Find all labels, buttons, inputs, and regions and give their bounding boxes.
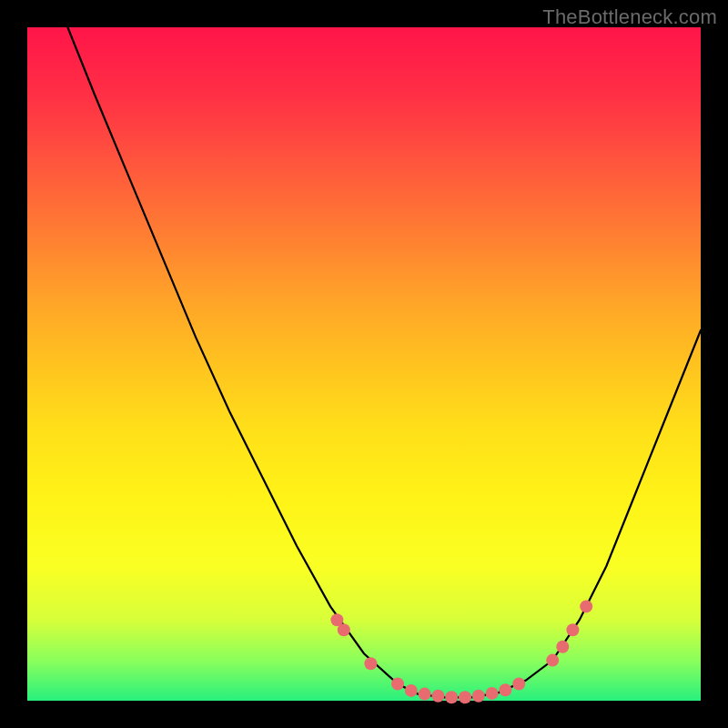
- highlight-point: [472, 690, 485, 703]
- highlight-point: [364, 657, 377, 670]
- highlight-point: [459, 691, 471, 703]
- chart-overlay: [27, 27, 701, 701]
- highlight-point: [445, 691, 458, 703]
- highlight-point: [566, 623, 579, 636]
- bottleneck-curve: [67, 27, 701, 697]
- highlight-point: [391, 678, 404, 691]
- highlight-point: [512, 678, 525, 691]
- highlight-point: [546, 654, 559, 667]
- chart-canvas: TheBottleneck.com: [0, 0, 728, 728]
- highlight-point: [405, 684, 418, 697]
- plot-area: [27, 27, 701, 701]
- highlight-point: [486, 687, 499, 700]
- highlight-point: [431, 690, 444, 703]
- highlight-point: [499, 683, 511, 696]
- highlight-point: [580, 600, 592, 612]
- highlight-point: [556, 641, 569, 653]
- highlight-point: [338, 623, 350, 636]
- highlight-point: [419, 688, 431, 701]
- watermark-text: TheBottleneck.com: [542, 5, 717, 29]
- highlight-points: [330, 600, 592, 703]
